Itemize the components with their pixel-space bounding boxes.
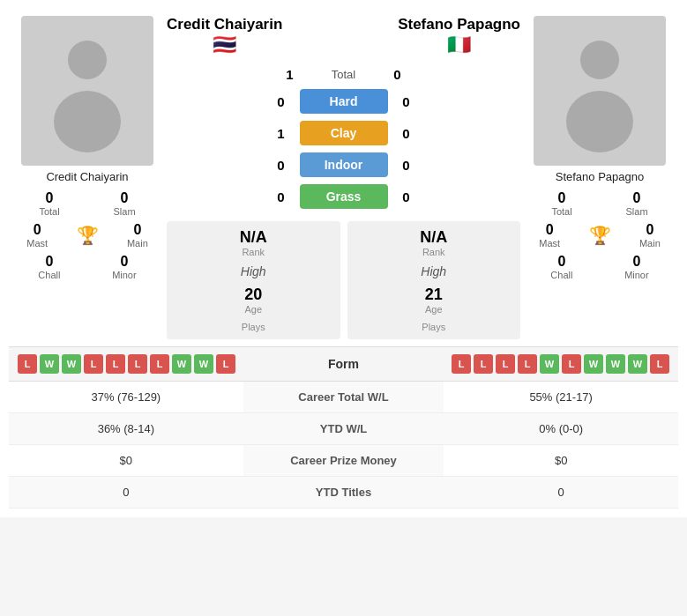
player1-slam: 0 Slam bbox=[114, 190, 136, 217]
player1-avatar bbox=[21, 16, 153, 166]
player1-chall: 0 Chall bbox=[38, 254, 60, 280]
player2-career-wl: 55% (21-17) bbox=[444, 382, 678, 413]
form-badge-l: L bbox=[84, 354, 103, 374]
player2-minor: 0 Minor bbox=[624, 254, 649, 280]
player2-slam: 0 Slam bbox=[626, 190, 648, 217]
ytd-titles-row: 0 YTD Titles 0 bbox=[9, 477, 678, 508]
player2-name-center: Stefano Papagno 🇮🇹 bbox=[398, 16, 520, 56]
form-badge-l: L bbox=[562, 354, 581, 374]
form-badge-l: L bbox=[150, 354, 169, 374]
hard-row: 0 Hard 0 bbox=[167, 89, 520, 114]
form-badge-l: L bbox=[474, 354, 493, 374]
player1-form: LWWLLLLWWL bbox=[18, 354, 309, 374]
ytd-wl-row: 36% (8-14) YTD W/L 0% (0-0) bbox=[9, 413, 678, 445]
player2-info-box: N/A Rank High 21 Age Plays bbox=[347, 221, 521, 339]
clay-row: 1 Clay 0 bbox=[167, 121, 520, 145]
form-badge-l: L bbox=[650, 354, 669, 374]
form-badge-w: W bbox=[172, 354, 191, 374]
player1-mast: 0 Mast bbox=[26, 222, 48, 249]
player1-info-box: N/A Rank High 20 Age Plays bbox=[167, 221, 340, 339]
main-container: Credit Chaiyarin 0 Total 0 Slam 0 Mast 🏆 bbox=[0, 0, 687, 517]
ytd-wl-label: YTD W/L bbox=[243, 413, 444, 445]
player2-chall: 0 Chall bbox=[550, 254, 572, 280]
form-badge-l: L bbox=[18, 354, 37, 374]
player1-prize: $0 bbox=[9, 445, 243, 477]
form-badge-w: W bbox=[62, 354, 81, 374]
form-badge-w: W bbox=[628, 354, 647, 374]
prize-label: Career Prize Money bbox=[243, 445, 444, 477]
player1-name-center: Credit Chaiyarin 🇹🇭 bbox=[167, 16, 282, 56]
svg-point-2 bbox=[580, 41, 619, 79]
prize-row: $0 Career Prize Money $0 bbox=[9, 445, 678, 477]
center-panel: Credit Chaiyarin 🇹🇭 Stefano Papagno 🇮🇹 1… bbox=[162, 16, 525, 339]
clay-badge: Clay bbox=[300, 121, 388, 145]
player2-card: Stefano Papagno 0 Total 0 Slam 0 Mast 🏆 bbox=[525, 16, 675, 283]
career-wl-row: 37% (76-129) Career Total W/L 55% (21-17… bbox=[9, 382, 678, 413]
player1-main: 0 Main bbox=[127, 222, 148, 249]
grass-badge: Grass bbox=[300, 184, 388, 209]
player2-main: 0 Main bbox=[639, 222, 661, 249]
player2-ytd-wl: 0% (0-0) bbox=[444, 413, 678, 445]
form-badge-l: L bbox=[452, 354, 471, 374]
player2-ytd-titles: 0 bbox=[444, 477, 678, 508]
player1-flag: 🇹🇭 bbox=[213, 33, 236, 56]
indoor-row: 0 Indoor 0 bbox=[167, 152, 520, 177]
player2-flag: 🇮🇹 bbox=[447, 33, 471, 56]
svg-point-3 bbox=[566, 91, 633, 152]
form-badge-w: W bbox=[606, 354, 625, 374]
player2-total: 0 Total bbox=[551, 190, 571, 217]
form-badge-l: L bbox=[496, 354, 515, 374]
player1-minor: 0 Minor bbox=[112, 254, 137, 280]
svg-point-1 bbox=[54, 91, 121, 152]
player1-card: Credit Chaiyarin 0 Total 0 Slam 0 Mast 🏆 bbox=[12, 16, 162, 283]
stats-table: 37% (76-129) Career Total W/L 55% (21-17… bbox=[9, 382, 678, 508]
player2-form: LLLLWLWWWL bbox=[379, 354, 670, 374]
form-badge-l: L bbox=[216, 354, 235, 374]
player2-avatar bbox=[534, 16, 666, 166]
grass-row: 0 Grass 0 bbox=[167, 184, 520, 209]
form-badge-l: L bbox=[106, 354, 125, 374]
info-boxes: N/A Rank High 20 Age Plays bbox=[167, 221, 520, 339]
indoor-badge: Indoor bbox=[300, 152, 388, 177]
ytd-titles-label: YTD Titles bbox=[243, 477, 444, 508]
hard-badge: Hard bbox=[300, 89, 388, 114]
form-section: LWWLLLLWWL Form LLLLWLWWWL bbox=[9, 346, 678, 382]
player1-name: Credit Chaiyarin bbox=[46, 170, 128, 183]
player1-career-wl: 37% (76-129) bbox=[9, 382, 243, 413]
form-badge-w: W bbox=[194, 354, 213, 374]
player2-prize: $0 bbox=[444, 445, 678, 477]
form-badge-w: W bbox=[40, 354, 59, 374]
total-row: 1 Total 0 bbox=[167, 67, 520, 82]
career-wl-label: Career Total W/L bbox=[243, 382, 444, 413]
form-badge-w: W bbox=[540, 354, 559, 374]
form-badge-l: L bbox=[128, 354, 147, 374]
form-badge-l: L bbox=[518, 354, 537, 374]
form-label: Form bbox=[309, 357, 379, 371]
player2-name: Stefano Papagno bbox=[556, 170, 644, 183]
player1-ytd-wl: 36% (8-14) bbox=[9, 413, 243, 445]
player1-ytd-titles: 0 bbox=[9, 477, 243, 508]
player1-total: 0 Total bbox=[39, 190, 59, 217]
player2-mast: 0 Mast bbox=[539, 222, 560, 249]
player2-trophy-icon: 🏆 bbox=[589, 225, 611, 246]
player1-trophy-icon: 🏆 bbox=[77, 225, 99, 246]
form-badge-w: W bbox=[584, 354, 603, 374]
svg-point-0 bbox=[68, 41, 107, 79]
